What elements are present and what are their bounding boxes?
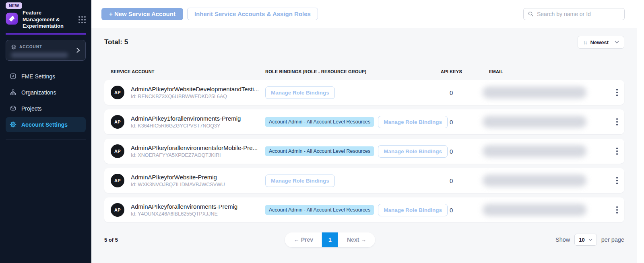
sidebar-item-label: Organizations: [21, 89, 56, 96]
role-bindings-cell: Account Admin - All Account Level Resour…: [265, 204, 441, 216]
sidebar-item-account-settings[interactable]: Account Settings: [6, 117, 86, 132]
column-header-api-keys: API KEYS: [441, 69, 489, 74]
table-body: AP AdminAPIkeyforWebsiteDevelopmentandTe…: [104, 80, 624, 222]
api-keys-count: 0: [441, 119, 489, 125]
account-selector[interactable]: ACCOUNT: [6, 40, 86, 61]
role-badge: Account Admin - All Account Level Resour…: [265, 205, 374, 215]
row-menu-kebab-icon[interactable]: [615, 117, 619, 127]
service-account-row: AP AdminAPIkey1forallenvironments-Premig…: [104, 109, 624, 134]
total-count-label: Total: 5: [104, 38, 128, 46]
manage-role-bindings-button[interactable]: Manage Role Bindings: [265, 86, 335, 99]
avatar: AP: [111, 203, 124, 217]
row-menu-kebab-icon[interactable]: [615, 146, 619, 156]
sidebar-item-label: Projects: [21, 105, 42, 112]
row-menu-kebab-icon[interactable]: [615, 175, 619, 186]
pagination-bar: 5 of 5 ← Prev 1 Next → Show 10 per page: [104, 232, 624, 247]
avatar: AP: [111, 144, 124, 158]
role-bindings-cell: Manage Role Bindings: [265, 175, 441, 187]
role-bindings-cell: Manage Role Bindings: [265, 86, 441, 99]
service-account-name: AdminAPIkeyforWebsite-Premig: [131, 174, 265, 181]
api-keys-count: 0: [441, 177, 489, 184]
account-name-redacted: [11, 53, 68, 58]
avatar: AP: [111, 115, 124, 129]
row-menu-kebab-icon[interactable]: [615, 87, 619, 98]
brand-divider: [6, 33, 86, 35]
row-menu-kebab-icon[interactable]: [615, 205, 619, 215]
service-account-row: AP AdminAPIkeyforWebsite-Premig Id: WXK3…: [104, 168, 624, 193]
top-toolbar: + New Service Account Inherit Service Ac…: [91, 0, 644, 28]
avatar: AP: [111, 174, 124, 187]
service-account-name: AdminAPIkeyforWebsiteDevelopmentandTesti…: [131, 86, 265, 92]
sidebar-item-projects[interactable]: Projects: [6, 101, 86, 116]
service-account-id: Id: K364HIC5RI6GZGYCPVST7NOQ3Y: [131, 123, 265, 129]
sidebar-item-organizations[interactable]: Organizations: [6, 85, 86, 100]
search-icon: [528, 11, 534, 17]
email-redacted: [483, 116, 586, 128]
projects-icon: [10, 105, 17, 112]
email-redacted: [483, 204, 586, 216]
sidebar-nav: FME Settings Organizations Projects: [0, 69, 91, 132]
service-account-row: AP AdminAPIkeyforallenvironments-Premig …: [104, 197, 624, 222]
chevron-down-icon: [588, 238, 592, 241]
role-badge: Account Admin - All Account Level Resour…: [265, 146, 374, 156]
fme-settings-icon: [10, 73, 17, 80]
chevron-down-icon: [615, 41, 619, 44]
chevron-right-icon: [76, 47, 80, 53]
manage-role-bindings-button[interactable]: Manage Role Bindings: [378, 116, 448, 128]
column-header-service-account: SERVICE ACCOUNT: [111, 69, 265, 74]
account-label: ACCOUNT: [19, 45, 42, 49]
inherit-service-accounts-button[interactable]: Inherit Service Accounts & Assign Roles: [187, 8, 318, 20]
search-input[interactable]: [537, 11, 620, 17]
role-badge: Account Admin - All Account Level Resour…: [265, 117, 374, 127]
sidebar-item-fme-settings[interactable]: FME Settings: [6, 69, 86, 84]
page-size-dropdown[interactable]: 10: [574, 234, 597, 246]
service-account-row: AP AdminAPIkeyforWebsiteDevelopmentandTe…: [104, 80, 624, 105]
sidebar-header: NEW Feature Management & Experimentation: [0, 0, 91, 30]
split-logo-icon: [6, 12, 18, 25]
service-account-name: AdminAPIkeyforallenvironments-Premig: [131, 203, 265, 210]
new-badge: NEW: [6, 2, 22, 9]
sidebar-item-label: FME Settings: [21, 73, 55, 80]
service-account-id: Id: Y4OUNXZ46A6IBL6255QTPXJJNE: [131, 211, 265, 217]
avatar: AP: [111, 86, 124, 99]
sidebar: NEW Feature Management & Experimentation: [0, 0, 91, 263]
email-redacted: [483, 86, 586, 99]
sort-direction-icon: ↑↓: [583, 39, 586, 45]
prev-page-button[interactable]: ← Prev: [285, 232, 322, 247]
pager: ← Prev 1 Next →: [285, 232, 375, 247]
search-box[interactable]: [523, 8, 625, 20]
table-header-row: SERVICE ACCOUNT ROLE BINDINGS (ROLE - RE…: [104, 69, 624, 74]
column-header-email: EMAIL: [489, 69, 610, 74]
service-account-row: AP AdminAPIkeyforallenvironmentsforMobil…: [104, 139, 624, 164]
per-page-label: per page: [601, 236, 624, 243]
sort-selected-value: Newest: [590, 39, 611, 45]
service-account-id: Id: WXK3NVOJBQZILIDMAVBJWCSVWU: [131, 182, 265, 187]
service-account-name: AdminAPIkeyforallenvironmentsforMobile-P…: [131, 144, 265, 151]
main-panel: + New Service Account Inherit Service Ac…: [91, 0, 644, 263]
next-page-button[interactable]: Next →: [338, 232, 375, 247]
service-account-id: Id: XNOERAFYYA5XPDEZ7AOQTJKIRI: [131, 152, 265, 158]
gear-icon: [10, 121, 17, 128]
role-bindings-cell: Account Admin - All Account Level Resour…: [265, 145, 441, 158]
email-redacted: [483, 175, 586, 187]
sort-dropdown[interactable]: ↑↓ Newest: [578, 36, 624, 49]
page-size-value: 10: [579, 237, 584, 243]
app-launcher-icon[interactable]: [78, 16, 86, 23]
service-account-name: AdminAPIkey1forallenvironments-Premig: [131, 115, 265, 122]
manage-role-bindings-button[interactable]: Manage Role Bindings: [265, 175, 335, 187]
manage-role-bindings-button[interactable]: Manage Role Bindings: [378, 145, 448, 158]
layers-icon: [11, 44, 17, 50]
app-window: NEW Feature Management & Experimentation: [0, 0, 644, 263]
new-service-account-button[interactable]: + New Service Account: [101, 8, 183, 20]
role-bindings-cell: Account Admin - All Account Level Resour…: [265, 116, 441, 128]
organizations-icon: [10, 89, 17, 96]
email-redacted: [483, 145, 586, 157]
manage-role-bindings-button[interactable]: Manage Role Bindings: [378, 204, 448, 216]
api-keys-count: 0: [441, 207, 489, 214]
service-account-id: Id: RENCKBZ3XQ6UBBWWEDKD25L6AQ: [131, 94, 265, 99]
api-keys-count: 0: [441, 89, 489, 96]
page-1-button[interactable]: 1: [322, 232, 338, 247]
api-keys-count: 0: [441, 148, 489, 155]
sidebar-divider: [6, 140, 86, 140]
show-label: Show: [555, 236, 570, 243]
